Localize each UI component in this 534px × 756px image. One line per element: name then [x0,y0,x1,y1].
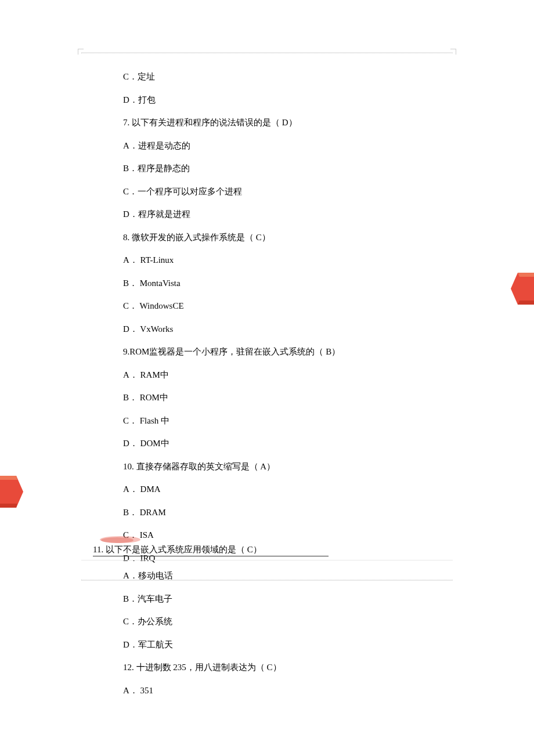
q7-option-a: A．进程是动态的 [81,139,453,153]
q12-option-a: A． 351 [81,684,453,697]
page-container: C．定址 D．打包 7. 以下有关进程和程序的说法错误的是（ D） A．进程是动… [0,0,534,756]
svg-marker-4 [518,301,534,305]
q10-option-b: B． DRAM [81,506,453,519]
q7-option-c: C．一个程序可以对应多个进程 [81,185,453,198]
q11-question: 11. 以下不是嵌入式系统应用领域的是（ C） [93,545,262,554]
red-mark-decoration [100,536,140,544]
q9-option-d: D． DOM中 [81,437,453,450]
svg-marker-2 [511,273,534,305]
q10-question: 10. 直接存储器存取的英文缩写是（ A） [81,460,453,473]
svg-point-1 [101,537,134,543]
content-section-1: C．定址 D．打包 7. 以下有关进程和程序的说法错误的是（ D） A．进程是动… [81,52,453,581]
q9-option-c: C． Flash 中 [81,414,453,428]
q7-option-b: B．程序是静态的 [81,162,453,175]
q11-option-b: B．汽车电子 [81,592,453,606]
q8-option-a: A． RT-Linux [81,254,453,267]
q7-question: 7. 以下有关进程和程序的说法错误的是（ D） [81,116,453,129]
q8-option-c: C． WindowsCE [81,299,453,313]
svg-marker-5 [0,476,23,508]
q12-question: 12. 十进制数 235，用八进制表达为（ C） [81,661,453,674]
q11-option-a: A．移动电话 [81,569,453,583]
q9-option-b: B． ROM中 [81,391,453,404]
q7-option-d: D．程序就是进程 [81,208,453,221]
q11-option-c: C．办公系统 [81,615,453,628]
q11-option-d: D．军工航天 [81,638,453,652]
content-section-2: A．移动电话 B．汽车电子 C．办公系统 D．军工航天 12. 十进制数 235… [81,560,453,707]
svg-marker-6 [0,476,17,480]
q9-option-a: A． RAM中 [81,368,453,382]
q8-question: 8. 微软开发的嵌入式操作系统是（ C） [81,231,453,244]
q8-option-d: D． VxWorks [81,323,453,336]
svg-marker-7 [0,504,17,508]
q8-option-b: B． MontaVista [81,277,453,290]
bookmark-left-icon [0,476,23,508]
q9-question: 9.ROM监视器是一个小程序，驻留在嵌入式系统的（ B） [81,345,453,359]
q6-option-d: D．打包 [81,93,453,107]
q11-question-row: 11. 以下不是嵌入式系统应用领域的是（ C） [93,544,354,555]
q6-option-c: C．定址 [81,70,453,84]
svg-marker-3 [518,273,534,277]
bookmark-right-icon [511,273,534,305]
q11-underline [93,556,329,556]
q10-option-a: A． DMA [81,483,453,496]
